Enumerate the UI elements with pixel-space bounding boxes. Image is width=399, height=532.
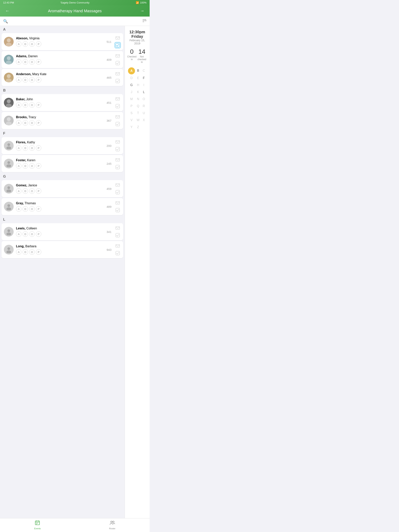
resident-item[interactable]: Gomez, JaniceADOP459: [1, 180, 123, 197]
badge-o[interactable]: O: [29, 77, 35, 82]
resident-item[interactable]: Adams, DarrenADOP409: [1, 51, 123, 68]
badge-a[interactable]: A: [16, 120, 21, 126]
alpha-p[interactable]: P: [128, 103, 135, 109]
badge-a[interactable]: A: [16, 41, 21, 47]
alpha-a[interactable]: A: [128, 67, 135, 74]
badge-o[interactable]: O: [29, 163, 35, 169]
badge-a[interactable]: A: [16, 249, 21, 255]
alpha-b[interactable]: B: [135, 67, 141, 74]
alpha-t[interactable]: T: [135, 110, 141, 116]
badge-d[interactable]: D: [23, 102, 28, 108]
badge-a[interactable]: A: [16, 145, 21, 151]
search-icon[interactable]: 🔍: [3, 19, 8, 24]
alpha-h[interactable]: H: [135, 82, 141, 89]
message-icon[interactable]: [115, 35, 121, 41]
tab-events[interactable]: Events: [34, 520, 41, 530]
badge-d[interactable]: D: [23, 120, 28, 126]
message-icon[interactable]: [115, 71, 121, 77]
tab-roster[interactable]: Roster: [109, 520, 115, 530]
badge-a[interactable]: A: [16, 102, 21, 108]
resident-item[interactable]: Brooks, TracyADOP367: [1, 112, 123, 129]
alpha-z[interactable]: Z: [135, 124, 141, 130]
alpha-j[interactable]: J: [128, 89, 135, 95]
alpha-w[interactable]: W: [135, 117, 141, 123]
checkin-icon[interactable]: [115, 146, 121, 152]
badge-p[interactable]: P: [36, 77, 41, 82]
badge-d[interactable]: D: [23, 249, 28, 255]
badge-d[interactable]: D: [23, 77, 28, 82]
badge-o[interactable]: O: [29, 206, 35, 212]
resident-item[interactable]: Long, BarbaraADOP943: [1, 241, 123, 258]
badge-d[interactable]: D: [23, 163, 28, 169]
checkin-icon[interactable]: [115, 232, 121, 238]
checkin-icon[interactable]: [115, 250, 121, 256]
alpha-n[interactable]: N: [135, 96, 141, 102]
message-icon[interactable]: [115, 182, 121, 188]
badge-d[interactable]: D: [23, 206, 28, 212]
badge-o[interactable]: O: [29, 231, 35, 237]
alpha-s[interactable]: S: [128, 110, 135, 116]
alpha-x[interactable]: X: [141, 117, 147, 123]
message-icon[interactable]: [115, 157, 121, 163]
forward-button[interactable]: →: [138, 8, 147, 14]
badge-o[interactable]: O: [29, 188, 35, 194]
alpha-l[interactable]: L: [141, 89, 147, 95]
alpha-c[interactable]: C: [141, 67, 147, 74]
badge-d[interactable]: D: [23, 145, 28, 151]
resident-item[interactable]: Flores, KathyADOP200: [1, 137, 123, 154]
badge-p[interactable]: P: [36, 102, 41, 108]
badge-p[interactable]: P: [36, 249, 41, 255]
alpha-v[interactable]: V: [128, 117, 135, 123]
resident-item[interactable]: Lewis, ColleenADOP341: [1, 223, 123, 240]
badge-o[interactable]: O: [29, 59, 35, 65]
badge-a[interactable]: A: [16, 206, 21, 212]
checkin-icon[interactable]: [115, 42, 121, 48]
badge-d[interactable]: D: [23, 41, 28, 47]
message-icon[interactable]: [115, 200, 121, 206]
badge-p[interactable]: P: [36, 120, 41, 126]
checkin-icon[interactable]: [115, 207, 121, 213]
badge-d[interactable]: D: [23, 188, 28, 194]
badge-p[interactable]: P: [36, 188, 41, 194]
resident-item[interactable]: Foster, KarenADOP245: [1, 155, 123, 172]
checkin-icon[interactable]: [115, 103, 121, 109]
badge-o[interactable]: O: [29, 249, 35, 255]
badge-o[interactable]: O: [29, 120, 35, 126]
badge-a[interactable]: A: [16, 77, 21, 82]
alpha-k[interactable]: K: [135, 89, 141, 95]
alpha-q[interactable]: Q: [135, 103, 141, 109]
resident-item[interactable]: Abeson, VirginiaADOP511: [1, 33, 123, 50]
badge-a[interactable]: A: [16, 59, 21, 65]
alpha-o[interactable]: O: [141, 96, 147, 102]
message-icon[interactable]: [115, 96, 121, 102]
checkin-icon[interactable]: [115, 189, 121, 195]
alpha-i[interactable]: I: [141, 82, 147, 89]
alpha-y[interactable]: Y: [128, 124, 135, 130]
message-icon[interactable]: [115, 53, 121, 59]
badge-o[interactable]: O: [29, 41, 35, 47]
resident-item[interactable]: Gray, ThomasADOP489: [1, 198, 123, 215]
checkin-icon[interactable]: [115, 121, 121, 127]
alpha-e[interactable]: E: [135, 75, 141, 81]
badge-a[interactable]: A: [16, 188, 21, 194]
message-icon[interactable]: [115, 114, 121, 120]
badge-p[interactable]: P: [36, 231, 41, 237]
alpha-f[interactable]: F: [141, 75, 147, 81]
checkin-icon[interactable]: [115, 78, 121, 84]
message-icon[interactable]: [115, 243, 121, 249]
badge-d[interactable]: D: [23, 59, 28, 65]
badge-o[interactable]: O: [29, 145, 35, 151]
badge-p[interactable]: P: [36, 145, 41, 151]
resident-item[interactable]: Anderson, Mary KateADOP465: [1, 69, 123, 86]
badge-p[interactable]: P: [36, 41, 41, 47]
badge-p[interactable]: P: [36, 59, 41, 65]
alpha-g[interactable]: G: [128, 82, 135, 89]
resident-item[interactable]: Baker, JohnADOP451: [1, 94, 123, 111]
message-icon[interactable]: [115, 139, 121, 145]
badge-p[interactable]: P: [36, 206, 41, 212]
alpha-u[interactable]: U: [141, 110, 147, 116]
message-icon[interactable]: [115, 225, 121, 231]
sort-icon[interactable]: [142, 19, 147, 24]
alpha-m[interactable]: M: [128, 96, 135, 102]
badge-p[interactable]: P: [36, 163, 41, 169]
